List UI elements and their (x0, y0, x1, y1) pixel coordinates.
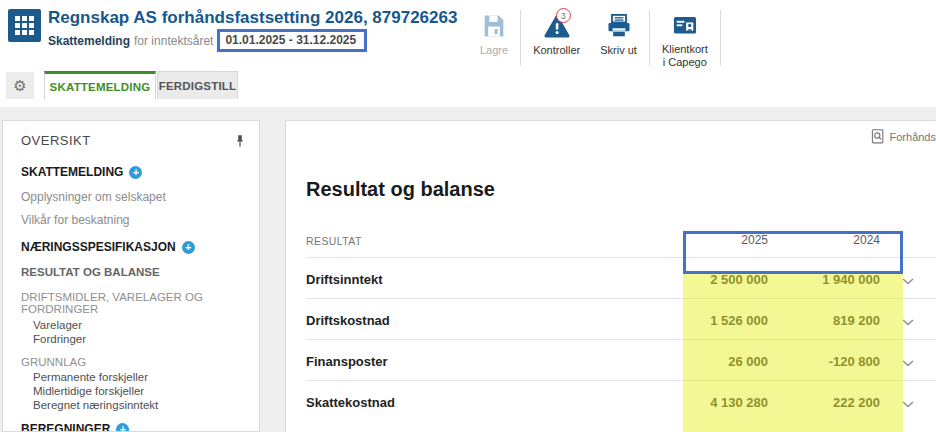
client-card-line1: Klientkort (662, 43, 708, 55)
client-card-icon (671, 12, 699, 39)
plus-circle-icon[interactable]: + (129, 166, 142, 179)
preview-link[interactable]: Forhånds (870, 128, 936, 145)
tab-label: SKATTEMELDING (50, 81, 151, 93)
content-heading: Resultat og balanse (306, 178, 936, 201)
sidebar-item-naeringsspesifikasjon[interactable]: NÆRINGSSPESIFIKASJON + (21, 240, 245, 254)
sidebar-item-resultat-og-balanse[interactable]: RESULTAT OG BALANSE (21, 266, 245, 278)
sidebar-item-beregninger[interactable]: BEREGNINGER + (21, 422, 245, 432)
row-expander[interactable] (880, 401, 936, 410)
sidebar-item-label: Permanente forskjeller (33, 371, 148, 383)
table-header-row: RESULTAT 2025 2024 (306, 219, 936, 257)
sidebar-section-label: DRIFTSMIDLER, VARELAGER OG FORDRINGER (21, 291, 245, 315)
sidebar-item-fordringer[interactable]: Fordringer (33, 333, 245, 345)
sidebar-section-label: GRUNNLAG (21, 356, 86, 368)
pin-icon[interactable] (233, 133, 247, 149)
app-grid-icon[interactable] (8, 9, 41, 42)
value-2024: -120 800 (768, 354, 880, 369)
tab-skattemelding[interactable]: SKATTEMELDING (44, 71, 156, 99)
toolbar: Lagre 3 Kontroller Skriv ut (470, 6, 723, 70)
plus-circle-icon[interactable]: + (116, 423, 129, 432)
table-row-skattekostnad[interactable]: Skattekostnad 4 130 280 222 200 (306, 380, 936, 421)
resultat-table: RESULTAT 2025 2024 Driftsinntekt 2 500 0… (306, 219, 936, 421)
tab-ferdigstill[interactable]: FERDIGSTILL (157, 71, 238, 99)
table-row-driftsinntekt[interactable]: Driftsinntekt 2 500 000 1 940 000 (306, 257, 936, 298)
chevron-down-icon (902, 319, 914, 326)
chevron-down-icon (902, 278, 914, 285)
overview-sidebar: OVERSIKT SKATTEMELDING + Opplysninger om… (2, 120, 260, 432)
sidebar-item-label: NÆRINGSSPESIFIKASJON (21, 240, 176, 254)
settings-gear-button[interactable]: ⚙ (6, 72, 34, 99)
sidebar-item-varelager[interactable]: Varelager (33, 319, 245, 331)
column-header-2024: 2024 (768, 233, 880, 247)
sidebar-section-driftsmidler: DRIFTSMIDLER, VARELAGER OG FORDRINGER (21, 291, 245, 315)
sidebar-item-label: Beregnet næringsinntekt (33, 399, 158, 411)
subtitle: Skattemelding for inntektsåret 01.01.202… (48, 29, 367, 52)
save-label: Lagre (480, 44, 508, 58)
printer-icon (605, 12, 633, 40)
row-label: Skattekostnad (306, 395, 638, 410)
app-window: Regnskap AS forhåndsfastsetting 2026, 87… (0, 0, 936, 432)
check-button[interactable]: 3 Kontroller (523, 6, 590, 70)
main-panel: Forhånds Resultat og balanse RESULTAT 20… (285, 120, 936, 432)
table-row-finansposter[interactable]: Finansposter 26 000 -120 800 (306, 339, 936, 380)
value-2024: 222 200 (768, 395, 880, 410)
row-label: Finansposter (306, 354, 638, 369)
sidebar-item-skattemelding[interactable]: SKATTEMELDING + (21, 165, 245, 179)
check-label: Kontroller (533, 44, 580, 58)
separator (649, 10, 650, 66)
sidebar-item-opplysninger[interactable]: Opplysninger om selskapet (21, 190, 245, 204)
value-2024: 1 940 000 (768, 272, 880, 287)
page-title: Regnskap AS forhåndsfastsetting 2026, 87… (48, 8, 457, 28)
preview-label: Forhånds (890, 131, 936, 143)
value-2025: 1 526 000 (638, 313, 768, 328)
sidebar-item-label: SKATTEMELDING (21, 165, 123, 179)
client-card-button[interactable]: Klientkort i Capego (652, 6, 718, 70)
sidebar-item-midlertidige-forskjeller[interactable]: Midlertidige forskjeller (33, 385, 245, 397)
income-year-period: 01.01.2025 - 31.12.2025 (217, 29, 367, 52)
sidebar-item-label: Fordringer (33, 333, 86, 345)
sidebar-item-label: Midlertidige forskjeller (33, 385, 144, 397)
subtitle-label: Skattemelding (48, 34, 130, 48)
separator (720, 10, 721, 66)
client-card-line2: i Capego (663, 56, 707, 68)
subtitle-text: for inntektsåret (134, 34, 213, 48)
gear-icon: ⚙ (13, 77, 26, 95)
sidebar-section-grunnlag: GRUNNLAG (21, 356, 245, 368)
value-2025: 26 000 (638, 354, 768, 369)
sidebar-item-beregnet-naeringsinntekt[interactable]: Beregnet næringsinntekt (33, 399, 245, 411)
chevron-down-icon (902, 360, 914, 367)
sidebar-item-label: Opplysninger om selskapet (21, 190, 166, 204)
print-button[interactable]: Skriv ut (590, 6, 647, 70)
value-2025: 2 500 000 (638, 272, 768, 287)
row-expander[interactable] (880, 278, 936, 287)
sidebar-item-label: BEREGNINGER (21, 422, 110, 432)
row-label: Driftskostnad (306, 313, 638, 328)
row-label: Driftsinntekt (306, 272, 638, 287)
sidebar-item-label: Vilkår for beskatning (21, 213, 130, 227)
sidebar-item-label: RESULTAT OG BALANSE (21, 266, 160, 278)
chevron-down-icon (902, 401, 914, 408)
section-label: RESULTAT (306, 235, 638, 247)
save-button[interactable]: Lagre (470, 6, 518, 70)
tab-label: FERDIGSTILL (159, 80, 237, 92)
sidebar-item-label: Varelager (33, 319, 82, 331)
sidebar-item-permanente-forskjeller[interactable]: Permanente forskjeller (33, 371, 245, 383)
row-expander[interactable] (880, 360, 936, 369)
value-2025: 4 130 280 (638, 395, 768, 410)
plus-circle-icon[interactable]: + (182, 241, 195, 254)
row-expander[interactable] (880, 319, 936, 328)
preview-document-icon (870, 128, 886, 145)
print-label: Skriv ut (600, 44, 637, 58)
client-card-label: Klientkort i Capego (662, 43, 708, 71)
column-header-2025: 2025 (638, 233, 768, 247)
sidebar-title: OVERSIKT (21, 133, 245, 148)
chevron-spacer (880, 245, 936, 247)
sidebar-item-vilkar[interactable]: Vilkår for beskatning (21, 213, 245, 227)
value-2024: 819 200 (768, 313, 880, 328)
table-row-driftskostnad[interactable]: Driftskostnad 1 526 000 819 200 (306, 298, 936, 339)
save-icon (480, 12, 508, 40)
separator (520, 10, 521, 66)
check-count-badge: 3 (556, 8, 571, 23)
